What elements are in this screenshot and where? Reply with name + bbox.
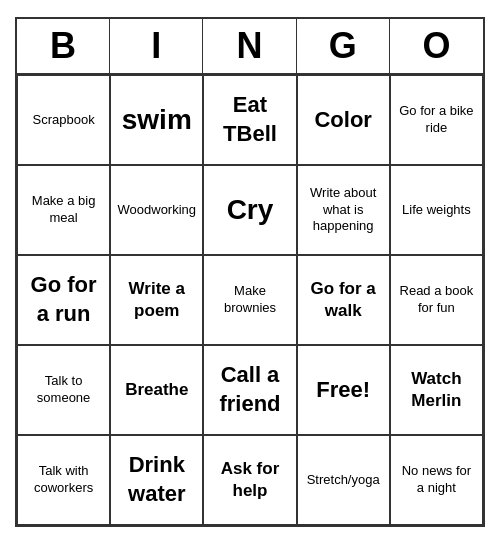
bingo-cell: Ask for help: [203, 435, 296, 525]
bingo-cell: Go for a bike ride: [390, 75, 483, 165]
bingo-cell: Watch Merlin: [390, 345, 483, 435]
bingo-cell: Woodworking: [110, 165, 203, 255]
header-letter: N: [203, 19, 296, 73]
bingo-cell: Talk to someone: [17, 345, 110, 435]
header-letter: G: [297, 19, 390, 73]
bingo-cell: Read a book for fun: [390, 255, 483, 345]
bingo-cell: Free!: [297, 345, 390, 435]
header-letter: I: [110, 19, 203, 73]
bingo-cell: Call a friend: [203, 345, 296, 435]
bingo-cell: Life weights: [390, 165, 483, 255]
bingo-cell: Eat TBell: [203, 75, 296, 165]
bingo-cell: Write about what is happening: [297, 165, 390, 255]
bingo-header: BINGO: [17, 19, 483, 75]
bingo-cell: Scrapbook: [17, 75, 110, 165]
bingo-cell: Breathe: [110, 345, 203, 435]
bingo-cell: Drink water: [110, 435, 203, 525]
bingo-grid: ScrapbookswimEat TBellColorGo for a bike…: [17, 75, 483, 525]
bingo-cell: Stretch/yoga: [297, 435, 390, 525]
bingo-cell: Talk with coworkers: [17, 435, 110, 525]
bingo-cell: Make a big meal: [17, 165, 110, 255]
bingo-cell: Make brownies: [203, 255, 296, 345]
bingo-cell: Go for a walk: [297, 255, 390, 345]
bingo-card: BINGO ScrapbookswimEat TBellColorGo for …: [15, 17, 485, 527]
bingo-cell: Go for a run: [17, 255, 110, 345]
header-letter: O: [390, 19, 483, 73]
bingo-cell: Cry: [203, 165, 296, 255]
bingo-cell: swim: [110, 75, 203, 165]
header-letter: B: [17, 19, 110, 73]
bingo-cell: Write a poem: [110, 255, 203, 345]
bingo-cell: Color: [297, 75, 390, 165]
bingo-cell: No news for a night: [390, 435, 483, 525]
